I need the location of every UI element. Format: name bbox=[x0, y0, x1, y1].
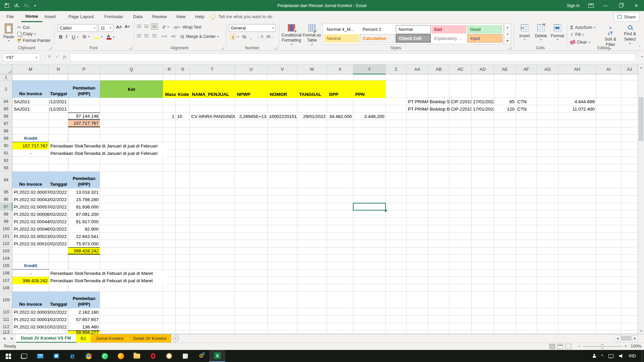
italic-button[interactable]: I bbox=[66, 34, 67, 40]
tray-language-indicator[interactable]: IND bbox=[629, 354, 636, 358]
ribbon-tab-insert[interactable]: Insert bbox=[40, 11, 60, 22]
new-sheet-button[interactable]: + bbox=[171, 334, 180, 343]
cell-P103[interactable]: 398.428.242 bbox=[68, 247, 100, 255]
row-header-106[interactable]: 106 bbox=[0, 269, 12, 277]
sheet-tab-detail-jv-koreksi[interactable]: Detail JV Koreksi bbox=[128, 334, 171, 343]
cell-R86[interactable]: 1 bbox=[163, 113, 176, 120]
cell-N106[interactable]: Persediaan StokTersedia di Febuari di ju… bbox=[49, 269, 168, 277]
align-middle-icon[interactable] bbox=[144, 25, 149, 28]
decrease-indent-icon[interactable]: ⇤≡ bbox=[162, 34, 167, 39]
cell-W86[interactable]: 29/01/2022 bbox=[297, 113, 327, 120]
row-header-98[interactable]: 98 bbox=[0, 210, 12, 218]
number-format-combo[interactable]: General▾ bbox=[229, 24, 276, 32]
cell-P94[interactable]: Pembelian (HPP) bbox=[68, 172, 100, 188]
column-header-AH[interactable]: AH bbox=[558, 64, 596, 74]
sheet-tab-detail-jv-koreksi-vs-fm[interactable]: Detail JV Koreksi VS FM bbox=[16, 334, 76, 343]
column-header-AD[interactable]: AD bbox=[472, 64, 494, 74]
row-header-109[interactable]: 109 bbox=[0, 292, 12, 308]
column-header-V[interactable]: V bbox=[268, 64, 297, 74]
cell-U86[interactable]: 2,26945E+13 bbox=[235, 113, 268, 120]
taskbar-browser2-icon[interactable] bbox=[161, 350, 177, 362]
cell-P101[interactable]: 22.643.541 bbox=[68, 233, 100, 240]
share-button[interactable]: Share bbox=[614, 12, 639, 21]
cell-T2[interactable]: NAMA_PENJUAL bbox=[190, 80, 235, 98]
autosum-button[interactable]: ΣAutoSum▾ bbox=[570, 24, 595, 30]
row-header-85[interactable]: 85 bbox=[0, 105, 12, 113]
enter-icon[interactable]: ✓ bbox=[56, 54, 59, 59]
vertical-scrollbar[interactable]: ▲ ▼ bbox=[638, 64, 644, 334]
sign-in-button[interactable]: Sign in bbox=[562, 3, 584, 8]
cell-AE84[interactable]: 65 bbox=[494, 98, 516, 105]
row-header-93[interactable]: 93 bbox=[0, 164, 12, 172]
cell-P98[interactable]: 87.091.200 bbox=[68, 210, 100, 218]
cell-M94[interactable]: No Invoice bbox=[12, 172, 49, 188]
taskbar-firefox-icon[interactable] bbox=[113, 350, 129, 362]
column-header-AG[interactable]: AG bbox=[537, 64, 558, 74]
minimize-button[interactable]: — bbox=[598, 0, 613, 11]
row-header-100[interactable]: 100 bbox=[0, 225, 12, 233]
ribbon-tab-help[interactable]: Help bbox=[191, 11, 209, 22]
formula-input[interactable] bbox=[70, 53, 636, 62]
cell-AH85[interactable]: 11.072.400 bbox=[558, 105, 596, 113]
underline-button[interactable]: U▾ bbox=[72, 34, 78, 40]
restore-button[interactable] bbox=[613, 0, 629, 11]
column-header-M[interactable]: M bbox=[12, 64, 49, 74]
column-header-AA[interactable]: AA bbox=[407, 64, 428, 74]
row-header-103[interactable]: 103 bbox=[0, 247, 12, 255]
cell-P87[interactable]: 157.717.767 bbox=[68, 120, 100, 127]
close-button[interactable]: × bbox=[629, 0, 644, 11]
cell-N96[interactable]: 24/02/2022 bbox=[49, 196, 68, 203]
page-layout-view-icon[interactable] bbox=[557, 344, 563, 349]
show-desktop-button[interactable] bbox=[642, 350, 644, 362]
column-header-W[interactable]: W bbox=[297, 64, 327, 74]
accounting-format-button[interactable]: $▾ bbox=[230, 34, 239, 40]
save-icon[interactable] bbox=[5, 3, 9, 8]
number-dialog-launcher-icon[interactable] bbox=[274, 47, 277, 49]
cell-AE85[interactable]: 120 bbox=[494, 105, 516, 113]
cell-AA84[interactable]: PT PRIMA bbox=[407, 98, 428, 105]
row-header-1[interactable]: 1 bbox=[0, 74, 12, 80]
cell-P113[interactable]: 59.956.277 bbox=[68, 330, 100, 334]
row-header-105[interactable]: 105 bbox=[0, 262, 12, 269]
ribbon-tab-review[interactable]: Review bbox=[148, 11, 171, 22]
cell-N85[interactable]: 31/12/2021 bbox=[49, 105, 68, 113]
gallery-down-icon[interactable]: ▼ bbox=[504, 31, 511, 38]
horizontal-scroll-thumb[interactable] bbox=[621, 336, 631, 341]
name-box-splitter[interactable]: ⋮ bbox=[43, 54, 47, 59]
style-chip-percent-2[interactable]: Percent 2 bbox=[360, 25, 395, 34]
font-name-combo[interactable]: Calibri▾ bbox=[58, 24, 97, 32]
cell-M97[interactable]: PI.2022.02.00057 bbox=[12, 203, 49, 210]
row-header-104[interactable]: 104 bbox=[0, 255, 12, 262]
taskbar-explorer-icon[interactable] bbox=[129, 350, 145, 362]
tray-speaker-icon[interactable] bbox=[619, 354, 623, 358]
cell-N110[interactable]: 05/02/2022 bbox=[49, 308, 68, 316]
cell-M90[interactable]: 157.717.767 bbox=[12, 142, 49, 149]
style-chip-normal[interactable]: Normal bbox=[396, 25, 431, 34]
column-header-Y[interactable]: Y bbox=[353, 64, 386, 74]
customize-qat-icon[interactable]: ▾ bbox=[34, 4, 36, 7]
style-chip-calculation[interactable]: Calculation bbox=[360, 34, 395, 43]
ribbon-tab-page-layout[interactable]: Page Layout bbox=[64, 11, 98, 22]
undo-icon[interactable]: ↺▾ bbox=[14, 3, 19, 8]
cell-X2[interactable]: DPP bbox=[327, 80, 353, 98]
style-chip-normal-4-m-[interactable]: Normal 4_M... bbox=[324, 25, 359, 34]
cell-N107[interactable]: Persediaan StokTersedia di Febuari di ju… bbox=[49, 277, 168, 284]
cell-V86[interactable]: 100022201512643 bbox=[268, 113, 297, 120]
cell-S2[interactable]: Kode bbox=[176, 80, 190, 98]
cell-P111[interactable]: 57.657.657 bbox=[68, 316, 100, 323]
cell-AF85[interactable]: CTN bbox=[516, 105, 537, 113]
ribbon-tab-home[interactable]: Home bbox=[21, 11, 43, 22]
zoom-in-icon[interactable]: + bbox=[625, 344, 627, 349]
cell-N2[interactable]: Tanggal bbox=[49, 80, 68, 98]
column-header-AB[interactable]: AB bbox=[428, 64, 449, 74]
cell-N84[interactable]: 31/12/2021 bbox=[49, 98, 68, 105]
row-header-92[interactable]: 92 bbox=[0, 157, 12, 164]
align-top-icon[interactable] bbox=[137, 25, 141, 28]
cell-P97[interactable]: 91.936.000 bbox=[68, 203, 100, 210]
cell-M112[interactable]: PI.2022.02.00010 bbox=[12, 323, 49, 330]
delete-cells-button[interactable]: Delete ▾ bbox=[533, 24, 549, 41]
column-header-R[interactable]: R bbox=[163, 64, 176, 74]
ribbon-display-options-icon[interactable] bbox=[588, 3, 594, 8]
cell-X86[interactable]: 34.482.000 bbox=[327, 113, 353, 120]
cell-N109[interactable]: Tanggal bbox=[49, 292, 68, 308]
